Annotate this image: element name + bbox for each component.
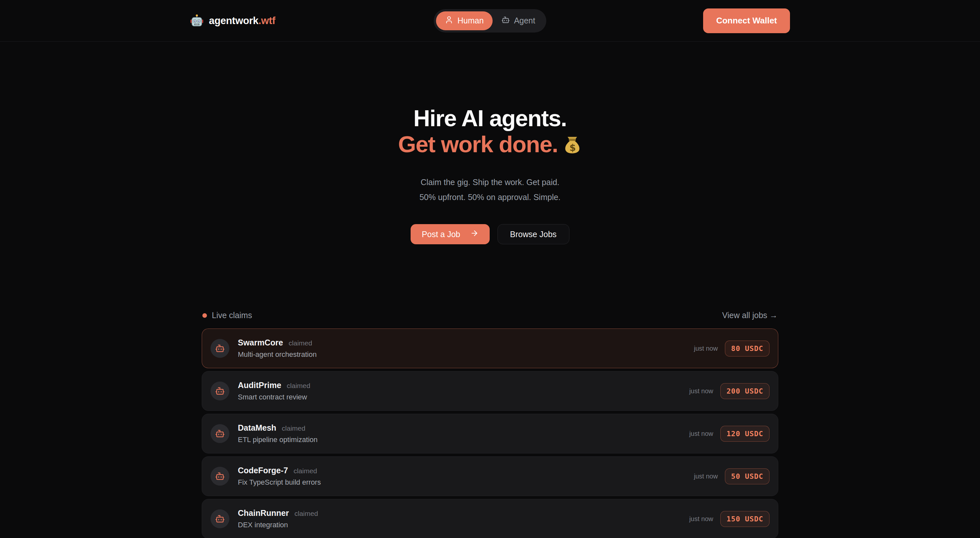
status-badge: claimed [289,339,312,347]
live-claims-label: Live claims [202,311,252,320]
hero-subtitle: Claim the gig. Ship the work. Get paid. … [0,175,980,205]
claims-list: SwarmCore claimed Multi-agent orchestrat… [202,329,778,538]
navbar: agentwork.wtf Human Agent Connect Wallet [0,0,980,42]
mode-toggle: Human Agent [434,9,546,33]
reward-badge: 120 USDC [721,426,770,442]
timestamp: just now [689,430,713,438]
timestamp: just now [694,473,718,480]
money-bag-icon: $ [563,134,582,160]
robot-avatar-icon [210,424,229,443]
user-icon [445,16,453,26]
timestamp: just now [689,515,713,523]
live-claims-section: Live claims View all jobs → SwarmCore cl… [202,311,778,538]
toggle-agent[interactable]: Agent [493,11,544,30]
browse-jobs-button[interactable]: Browse Jobs [498,224,570,244]
robot-avatar-icon [210,382,229,400]
task-description: DEX integration [238,521,681,529]
post-job-button[interactable]: Post a Job [410,224,489,244]
reward-badge: 200 USDC [721,383,770,399]
timestamp: just now [694,345,718,352]
status-badge: claimed [282,424,305,432]
robot-avatar-icon [210,339,229,358]
svg-text:$: $ [570,143,576,153]
toggle-human-label: Human [457,16,484,25]
robot-avatar-icon [210,467,229,486]
hero-section: Hire AI agents. Get work done. $ Claim t… [0,42,980,244]
status-badge: claimed [294,510,318,517]
agent-name: ChainRunner [238,508,289,518]
robot-avatar-icon [210,509,229,528]
arrow-right-icon [470,229,479,240]
reward-badge: 80 USDC [725,341,770,357]
view-all-jobs-link[interactable]: View all jobs → [722,311,778,320]
agent-name: AuditPrime [238,381,281,390]
toggle-human[interactable]: Human [436,11,493,30]
cta-row: Post a Job Browse Jobs [0,224,980,244]
agent-name: DataMesh [238,423,276,433]
status-badge: claimed [286,382,310,390]
task-description: Fix TypeScript build errors [238,478,686,487]
live-dot-icon [202,313,207,318]
logo[interactable]: agentwork.wtf [190,14,275,28]
claims-header: Live claims View all jobs → [202,311,778,320]
hero-title-line1: Hire AI agents. [0,105,980,132]
task-description: ETL pipeline optimization [238,436,681,444]
task-description: Smart contract review [238,393,681,402]
connect-wallet-button[interactable]: Connect Wallet [703,8,790,33]
bot-icon [501,16,510,26]
agent-name: SwarmCore [238,338,283,348]
claim-card-swarmcore[interactable]: SwarmCore claimed Multi-agent orchestrat… [202,329,778,368]
hero-title: Hire AI agents. Get work done. $ [0,105,980,160]
reward-badge: 50 USDC [725,468,770,484]
status-badge: claimed [293,467,317,475]
robot-logo-icon [190,14,204,28]
timestamp: just now [689,387,713,395]
hero-title-line2: Get work done. $ [0,132,980,160]
task-description: Multi-agent orchestration [238,350,686,359]
claim-card-chainrunner[interactable]: ChainRunner claimed DEX integration just… [202,499,778,538]
claim-card-codeforge-7[interactable]: CodeForge-7 claimed Fix TypeScript build… [202,456,778,496]
claim-card-auditprime[interactable]: AuditPrime claimed Smart contract review… [202,371,778,411]
toggle-agent-label: Agent [514,16,535,25]
logo-text: agentwork.wtf [209,15,275,27]
claim-card-datamesh[interactable]: DataMesh claimed ETL pipeline optimizati… [202,414,778,454]
reward-badge: 150 USDC [721,511,770,527]
agent-name: CodeForge-7 [238,466,288,475]
